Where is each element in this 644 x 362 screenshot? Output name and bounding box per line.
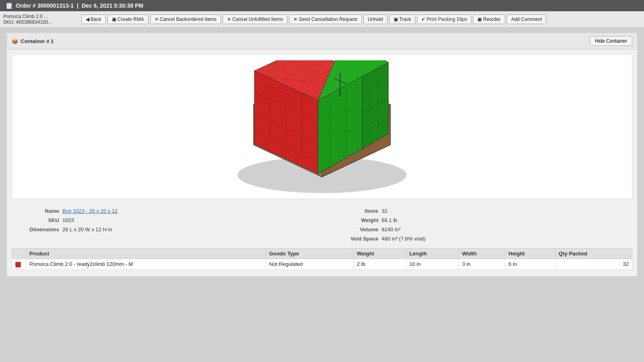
- box-3d-svg: [221, 60, 423, 193]
- volume-value: 6240 in³: [382, 226, 400, 232]
- dimensions-value: 26 L x 20 W x 12 H in: [62, 226, 112, 232]
- void-space-row: Void Space 480 in³ (7.6% void): [342, 236, 425, 242]
- footer: Copyright © 2022 Red Stag Fulfillment, L…: [0, 358, 644, 362]
- container-info: Name Box 1023 - 26 x 20 x 12 SKU 1023 Di…: [7, 204, 637, 248]
- order-icon: 🗒️: [6, 2, 12, 9]
- col-weight: Weight: [353, 249, 406, 259]
- items-row: Items 32: [342, 208, 387, 214]
- items-table-wrapper: Product Goods Type Weight Length Width H…: [7, 248, 637, 276]
- qty-packed-cell: 32: [555, 259, 632, 270]
- main-content: 📦 Container # 1 Hide Container: [0, 28, 644, 358]
- weight-cell: 2 lb: [353, 259, 406, 270]
- toolbar: Pomoca Climb 2.0 ... SKU: 465396634100..…: [0, 11, 644, 28]
- header-separator: |: [77, 2, 78, 9]
- info-right: Items 32 Weight 66.1 lb Volume 6240 in³ …: [302, 208, 621, 242]
- width-cell: 3 in: [459, 259, 505, 270]
- dimensions-label: Dimensions: [23, 226, 59, 232]
- page-header: 🗒️ Order # 3000001313-1 | Dec 6, 2021 5:…: [0, 0, 644, 11]
- cancel-backordered-icon: ✕: [155, 16, 159, 22]
- red-swatch: [15, 262, 21, 267]
- order-number: Order # 3000001313-1: [16, 2, 74, 9]
- reorder-icon: ▣: [477, 16, 482, 22]
- sku-row: SKU 1023: [23, 217, 302, 223]
- void-space-label: Void Space: [342, 236, 378, 242]
- col-product-label: Product: [26, 249, 266, 259]
- col-height: Height: [505, 249, 555, 259]
- container-title: 📦 Container # 1: [12, 38, 54, 44]
- container-title-text: Container # 1: [21, 38, 54, 44]
- create-rma-button[interactable]: ▣ Create RMA: [107, 14, 149, 24]
- product-cell: Pomoca Climb 2.0 - ready2climb 120mm - M: [26, 259, 266, 270]
- container-visualization: [12, 54, 632, 199]
- name-link[interactable]: Box 1023 - 26 x 20 x 12: [62, 208, 118, 214]
- volume-label: Volume: [342, 226, 378, 232]
- sku-label: SKU: [23, 217, 59, 223]
- name-label: Name: [23, 208, 59, 214]
- svg-marker-24: [362, 62, 388, 149]
- track-icon: ▣: [394, 16, 398, 22]
- container-box-icon: 📦: [12, 38, 18, 44]
- items-table: Product Goods Type Weight Length Width H…: [12, 248, 632, 270]
- track-button[interactable]: ▣ Track: [389, 14, 416, 24]
- unhold-button[interactable]: Unhold: [363, 14, 388, 24]
- toolbar-product-info: Pomoca Climb 2.0 ... SKU: 465396634100..…: [3, 14, 76, 25]
- table-row: Pomoca Climb 2.0 - ready2climb 120mm - M…: [12, 259, 632, 270]
- print-packing-icon: ✔: [421, 16, 425, 22]
- col-qty-packed: Qty Packed: [555, 249, 632, 259]
- items-value: 32: [382, 208, 387, 214]
- back-icon: ◀: [86, 16, 89, 22]
- void-space-value: 480 in³ (7.6% void): [382, 236, 425, 242]
- sku-value: 1023: [62, 217, 74, 223]
- cancel-unfulfilled-icon: ✕: [227, 16, 231, 22]
- info-left: Name Box 1023 - 26 x 20 x 12 SKU 1023 Di…: [23, 208, 302, 242]
- cancel-backordered-button[interactable]: ✕ Cancel Backordered Items: [150, 14, 221, 24]
- col-product: [12, 249, 26, 259]
- goods-type-cell: Not Regulated: [266, 259, 353, 270]
- weight-label: Weight: [342, 217, 378, 223]
- col-goods-type: Goods Type: [266, 249, 353, 259]
- create-rma-icon: ▣: [112, 16, 116, 22]
- weight-value: 66.1 lb: [382, 217, 397, 223]
- toolbar-product-name: Pomoca Climb 2.0 ...: [3, 14, 76, 19]
- col-length: Length: [406, 249, 459, 259]
- send-cancellation-icon: ✕: [293, 16, 297, 22]
- name-value: Box 1023 - 26 x 20 x 12: [62, 208, 118, 214]
- send-cancellation-button[interactable]: ✕ Send Cancellation Request: [289, 14, 361, 24]
- toolbar-sku: SKU: 465396634100...: [3, 19, 76, 25]
- length-cell: 10 in: [406, 259, 459, 270]
- dimensions-row: Dimensions 26 L x 20 W x 12 H in: [23, 226, 302, 232]
- container-card: 📦 Container # 1 Hide Container: [6, 33, 638, 277]
- col-width: Width: [459, 249, 505, 259]
- hide-container-button[interactable]: Hide Container: [590, 36, 632, 46]
- reorder-button[interactable]: ▣ Reorder: [473, 14, 505, 24]
- order-datetime: Dec 6, 2021 5:30:38 PM: [82, 2, 143, 9]
- cancel-unfulfilled-button[interactable]: ✕ Cancel Unfulfilled Items: [223, 14, 287, 24]
- items-label: Items: [342, 208, 378, 214]
- height-cell: 6 in: [505, 259, 555, 270]
- name-row: Name Box 1023 - 26 x 20 x 12: [23, 208, 302, 214]
- volume-row: Volume 6240 in³: [342, 226, 400, 232]
- container-header: 📦 Container # 1 Hide Container: [7, 33, 637, 49]
- weight-row: Weight 66.1 lb: [342, 217, 397, 223]
- add-comment-button[interactable]: Add Comment: [507, 14, 547, 24]
- print-packing-button[interactable]: ✔ Print Packing Slips: [417, 14, 471, 24]
- back-button[interactable]: ◀ Back: [81, 14, 106, 24]
- swatch-cell: [12, 259, 26, 270]
